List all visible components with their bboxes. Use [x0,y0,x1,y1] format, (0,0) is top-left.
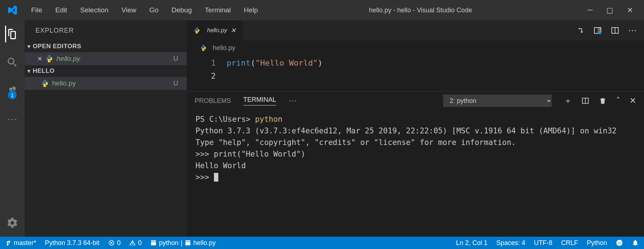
menu-help[interactable]: Help [237,6,265,14]
terminal-line: Python 3.7.3 (v3.7.3:ef4ec6ed12, Mar 25 … [195,125,635,137]
open-editor-filename: hello.py [56,55,173,63]
close-panel-icon[interactable]: ✕ [630,96,636,105]
breadcrumb-file: hello.py [213,44,235,52]
terminal-line: Type "help", "copyright", "credits" or "… [195,137,635,148]
activity-scm-icon[interactable]: 1 [5,83,20,98]
status-language[interactable]: Python [587,239,607,247]
python-file-icon [45,54,54,63]
terminal-prompt: >>> [195,173,214,182]
menu-debug[interactable]: Debug [165,6,198,14]
terminal-output[interactable]: PS C:\Users> python Python 3.7.3 (v3.7.3… [187,110,644,237]
status-bar: master* Python 3.7.3 64-bit 0 0 python |… [0,237,644,249]
chevron-down-icon: ▾ [28,68,31,74]
panel-tab-terminal[interactable]: TERMINAL [243,96,276,105]
status-indent[interactable]: Spaces: 4 [496,239,525,247]
terminal-line: Hello World [195,160,635,171]
window-minimize-icon[interactable]: ─ [588,6,593,14]
status-branch[interactable]: master* [5,239,36,247]
activity-bar: 1 ⋯ [0,20,25,237]
menu-edit[interactable]: Edit [49,6,74,14]
close-icon[interactable]: ✕ [231,26,236,34]
activity-search-icon[interactable] [5,55,20,70]
status-eol[interactable]: CRLF [561,239,578,247]
line-numbers: 1 2 [187,57,227,91]
terminal-selector[interactable]: 2: python [443,95,552,107]
terminal-line: >>> print("Hello World") [195,148,635,160]
title-bar: File Edit Selection View Go Debug Termin… [0,0,644,20]
code-token: print [227,58,251,67]
terminal-line: python [255,115,282,124]
python-file-icon [41,79,49,88]
menu-view[interactable]: View [115,6,143,14]
explorer-sidebar: EXPLORER ▾ OPEN EDITORS ✕ hello.py U ▾ H… [25,20,187,237]
close-icon[interactable]: ✕ [35,55,45,63]
status-errors[interactable]: 0 [108,239,121,247]
editor-tab[interactable]: hello.py ✕ [187,20,243,41]
status-interpreter[interactable]: python | hello.py [150,239,216,247]
panel-more-icon[interactable]: ⋯ [289,96,296,105]
status-feedback-smiley-icon[interactable] [616,239,623,246]
kill-terminal-icon[interactable] [599,97,607,105]
vscode-logo-icon [0,5,25,15]
open-editors-header[interactable]: ▾ OPEN EDITORS [25,41,187,52]
python-file-icon [193,27,201,34]
folder-file-item[interactable]: hello.py U [25,77,187,90]
svg-point-9 [618,242,619,243]
activity-explorer-icon[interactable] [5,27,20,41]
svg-point-8 [616,240,623,246]
chevron-down-icon: ▾ [28,43,31,50]
status-notifications-bell-icon[interactable] [632,239,639,246]
open-editors-label: OPEN EDITORS [33,43,81,50]
explorer-title: EXPLORER [25,20,187,41]
editor-tabs: hello.py ✕ ⋯ [187,20,644,41]
split-editor-icon[interactable] [611,26,619,35]
open-editor-item[interactable]: ✕ hello.py U [25,52,187,65]
code-token: ) [318,58,323,67]
status-encoding[interactable]: UTF-8 [534,239,552,247]
svg-point-2 [598,31,601,34]
more-actions-icon[interactable]: ⋯ [628,25,637,36]
code-token: "Hello World" [255,58,317,67]
code-token: ( [251,58,255,67]
menu-file[interactable]: File [25,6,49,14]
folder-header[interactable]: ▾ HELLO [25,65,187,77]
editor-group: hello.py ✕ ⋯ hel [187,20,644,237]
window-title: hello.py - hello - Visual Studio Code [265,7,577,14]
tab-filename: hello.py [207,27,227,34]
breadcrumb[interactable]: hello.py [187,41,644,55]
window-maximize-icon[interactable]: ▢ [606,6,613,14]
status-warnings[interactable]: 0 [129,239,142,247]
scm-badge: 1 [8,91,17,99]
split-preview-icon[interactable] [593,26,602,35]
code-editor[interactable]: 1 2 print("Hello World") [187,55,644,91]
menu-terminal[interactable]: Terminal [198,6,237,14]
terminal-cursor [214,173,218,182]
git-status-untracked: U [173,80,183,87]
maximize-panel-icon[interactable]: ˄ [616,96,620,105]
menu-selection[interactable]: Selection [73,6,115,14]
svg-point-10 [620,242,621,243]
activity-more-icon[interactable]: ⋯ [5,112,20,126]
folder-filename: hello.py [52,79,173,87]
panel-tab-problems[interactable]: PROBLEMS [195,97,231,105]
split-terminal-icon[interactable] [581,97,589,105]
window-close-icon[interactable]: ✕ [627,6,633,14]
bottom-panel: PROBLEMS TERMINAL ⋯ 2: python ＋ [187,91,644,237]
menu-go[interactable]: Go [143,6,165,14]
status-python-env[interactable]: Python 3.7.3 64-bit [45,239,100,247]
terminal-line: PS C:\Users> [195,115,255,124]
python-file-icon [200,44,207,51]
status-line-col[interactable]: Ln 2, Col 1 [456,239,488,247]
new-terminal-icon[interactable]: ＋ [564,95,572,106]
activity-settings-gear-icon[interactable] [5,216,20,230]
menu-bar: File Edit Selection View Go Debug Termin… [25,6,265,14]
compare-changes-icon[interactable] [576,26,585,35]
folder-label: HELLO [33,67,55,75]
git-status-untracked: U [173,55,183,63]
